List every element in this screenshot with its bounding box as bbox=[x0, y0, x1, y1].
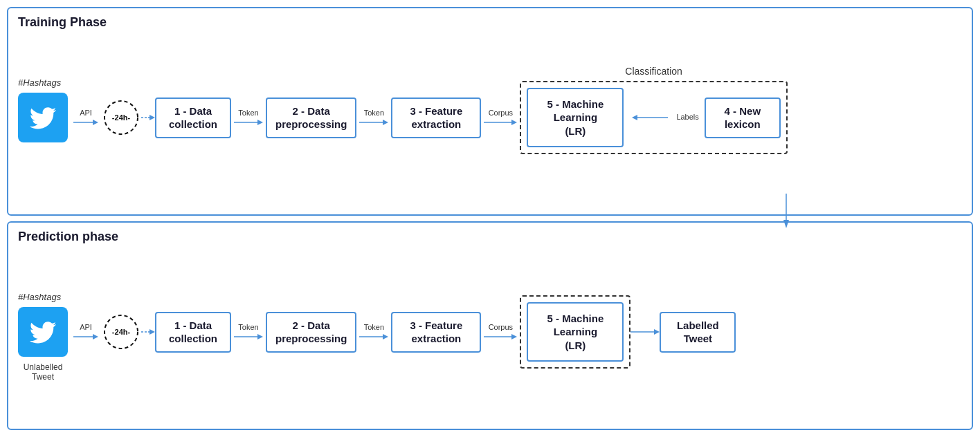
training-flow: #Hashtags API -24h- bbox=[18, 35, 962, 200]
step2-training-label: 2 - Datapreprocessing bbox=[275, 105, 347, 131]
token2-arrow-prediction: Token bbox=[359, 323, 388, 342]
token1-svg-prediction bbox=[234, 332, 263, 342]
svg-marker-6 bbox=[257, 120, 263, 125]
token1-arrow-prediction: Token bbox=[234, 323, 263, 342]
labels-text-training: Labels bbox=[676, 113, 698, 121]
token2-label-training: Token bbox=[364, 109, 384, 117]
ml-label-training: 5 - MachineLearning(LR) bbox=[547, 98, 604, 137]
api-label-training: API bbox=[80, 109, 92, 117]
svg-marker-16 bbox=[93, 334, 98, 340]
prediction-phase: Prediction phase #Hashtags UnlabelledTwe… bbox=[7, 221, 973, 430]
labels-arrow-training bbox=[632, 107, 668, 128]
api-arrow-training: API bbox=[73, 109, 98, 127]
arrow-svg bbox=[73, 118, 98, 127]
corpus-svg-training bbox=[484, 118, 517, 127]
token1-svg-training bbox=[234, 118, 263, 127]
svg-marker-14 bbox=[783, 220, 789, 228]
training-phase: Training Phase #Hashtags API -24h- bbox=[7, 7, 973, 216]
token2-svg-prediction bbox=[359, 332, 388, 342]
lexicon-label-training: 4 - Newlexicon bbox=[725, 105, 761, 131]
classification-label-training: Classification bbox=[625, 66, 682, 77]
output-arrow-prediction bbox=[630, 327, 660, 337]
clock-training: -24h- bbox=[102, 99, 140, 136]
step1-training: 1 - Datacollection bbox=[155, 97, 231, 138]
hashtag-label-training: #Hashtags bbox=[18, 77, 61, 88]
hashtag-label-prediction: #Hashtags bbox=[18, 292, 61, 302]
step3-training: 3 - Featureextraction bbox=[391, 97, 481, 138]
ml-box-prediction: 5 - MachineLearning(LR) bbox=[527, 302, 624, 362]
twitter-icon-training bbox=[18, 93, 68, 142]
unlabelled-label: UnlabelledTweet bbox=[24, 362, 63, 382]
classification-wrapper-training: Classification 5 - MachineLearning(LR) L… bbox=[520, 81, 787, 155]
svg-marker-4 bbox=[149, 115, 155, 120]
prediction-flow: #Hashtags UnlabelledTweet API -24h- bbox=[18, 250, 962, 414]
clock-text-training: -24h- bbox=[112, 113, 130, 122]
bird-icon-prediction bbox=[28, 317, 58, 347]
svg-marker-21 bbox=[257, 334, 263, 340]
ml-box-training: 5 - MachineLearning(LR) bbox=[527, 88, 624, 148]
step3-prediction-label: 3 - Featureextraction bbox=[410, 319, 462, 345]
bird-icon bbox=[28, 102, 58, 133]
step3-training-label: 3 - Featureextraction bbox=[410, 105, 462, 131]
corpus-arrow-training: Corpus bbox=[484, 109, 517, 127]
connector1-prediction bbox=[141, 327, 155, 337]
clock-text-prediction: -24h- bbox=[112, 328, 130, 336]
dashed-classification-training: 5 - MachineLearning(LR) Labels 4 - Newle… bbox=[520, 81, 787, 155]
api-label-prediction: API bbox=[80, 323, 92, 331]
svg-marker-23 bbox=[383, 334, 388, 340]
svg-marker-10 bbox=[511, 120, 517, 125]
ml-label-prediction: 5 - MachineLearning(LR) bbox=[547, 313, 604, 351]
step2-prediction: 2 - Datapreprocessing bbox=[266, 312, 356, 353]
step1-training-label: 1 - Datacollection bbox=[169, 105, 217, 131]
step3-prediction: 3 - Featureextraction bbox=[391, 312, 481, 353]
token1-label-prediction: Token bbox=[238, 323, 258, 331]
corpus-label-prediction: Corpus bbox=[489, 323, 513, 331]
labels-svg-training bbox=[632, 107, 668, 128]
clock-prediction: -24h- bbox=[102, 313, 140, 351]
dashed-classification-prediction: 5 - MachineLearning(LR) bbox=[520, 295, 630, 369]
token1-arrow-training: Token bbox=[234, 109, 263, 127]
token1-label-training: Token bbox=[238, 109, 258, 117]
step2-training: 2 - Datapreprocessing bbox=[266, 97, 356, 138]
token2-svg-training bbox=[359, 118, 388, 127]
training-title: Training Phase bbox=[18, 15, 962, 30]
output-label-prediction: LabelledTweet bbox=[677, 319, 719, 345]
corpus-svg-prediction bbox=[484, 332, 517, 342]
step2-prediction-label: 2 - Datapreprocessing bbox=[275, 319, 347, 345]
step1-prediction-label: 1 - Datacollection bbox=[169, 319, 217, 345]
connector1-training bbox=[141, 113, 155, 122]
prediction-title: Prediction phase bbox=[18, 230, 962, 244]
svg-marker-8 bbox=[383, 120, 388, 125]
output-box-prediction: LabelledTweet bbox=[660, 312, 736, 353]
vertical-connector bbox=[779, 194, 793, 228]
token2-label-prediction: Token bbox=[364, 323, 384, 331]
token2-arrow-training: Token bbox=[359, 109, 388, 127]
twitter-icon-prediction bbox=[18, 307, 68, 357]
corpus-label-training: Corpus bbox=[489, 109, 513, 117]
step1-prediction: 1 - Datacollection bbox=[155, 312, 231, 353]
svg-marker-19 bbox=[149, 329, 155, 335]
svg-marker-25 bbox=[511, 334, 517, 340]
svg-marker-1 bbox=[93, 120, 98, 125]
api-svg-prediction bbox=[73, 332, 98, 342]
lexicon-box-training: 4 - Newlexicon bbox=[705, 97, 781, 138]
corpus-arrow-prediction: Corpus bbox=[484, 323, 517, 342]
svg-marker-27 bbox=[654, 329, 660, 335]
api-arrow-prediction: API bbox=[73, 323, 98, 342]
svg-marker-12 bbox=[632, 115, 637, 120]
